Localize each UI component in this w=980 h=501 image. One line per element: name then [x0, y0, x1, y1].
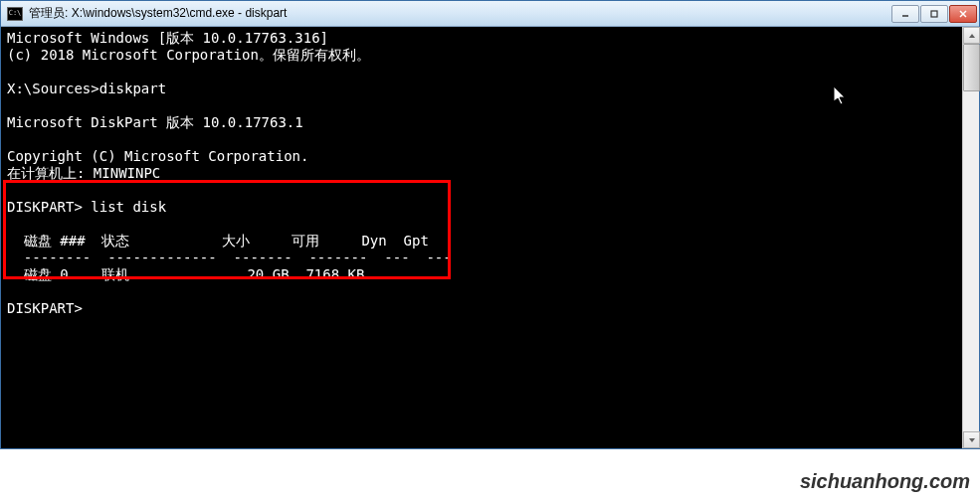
- titlebar[interactable]: C:\ 管理员: X:\windows\system32\cmd.exe - d…: [1, 1, 979, 27]
- scrollbar-thumb[interactable]: [963, 44, 980, 91]
- svg-marker-4: [969, 34, 975, 38]
- cmd-window: C:\ 管理员: X:\windows\system32\cmd.exe - d…: [0, 0, 980, 449]
- terminal-line: 在计算机上: MINWINPC: [7, 165, 160, 181]
- terminal-line: DISKPART> list disk: [7, 199, 166, 215]
- cmd-icon: C:\: [7, 7, 23, 21]
- terminal-line: Microsoft Windows [版本 10.0.17763.316]: [7, 30, 328, 46]
- terminal-line: Microsoft DiskPart 版本 10.0.17763.1: [7, 114, 303, 130]
- maximize-button[interactable]: [920, 5, 948, 23]
- vertical-scrollbar[interactable]: [962, 27, 979, 448]
- terminal-line: 磁盘 0 联机 20 GB 7168 KB: [7, 266, 364, 282]
- terminal-line: Copyright (C) Microsoft Corporation.: [7, 148, 308, 164]
- close-button[interactable]: [949, 5, 977, 23]
- window-title: 管理员: X:\windows\system32\cmd.exe - diskp…: [29, 5, 287, 22]
- terminal-line: X:\Sources>diskpart: [7, 81, 166, 96]
- watermark: sichuanhong.com: [800, 470, 970, 493]
- svg-rect-1: [931, 11, 937, 17]
- minimize-button[interactable]: [891, 5, 919, 23]
- svg-marker-5: [969, 438, 975, 442]
- scroll-up-button[interactable]: [963, 27, 980, 44]
- terminal-line: -------- ------------- ------- ------- -…: [7, 250, 452, 265]
- terminal-output[interactable]: Microsoft Windows [版本 10.0.17763.316] (c…: [1, 27, 979, 448]
- terminal-line: 磁盘 ### 状态 大小 可用 Dyn Gpt: [7, 233, 429, 249]
- scroll-down-button[interactable]: [963, 431, 980, 448]
- terminal-line: (c) 2018 Microsoft Corporation。保留所有权利。: [7, 47, 370, 63]
- terminal-line: DISKPART>: [7, 300, 83, 316]
- title-left: C:\ 管理员: X:\windows\system32\cmd.exe - d…: [7, 5, 287, 22]
- window-controls: [890, 5, 977, 23]
